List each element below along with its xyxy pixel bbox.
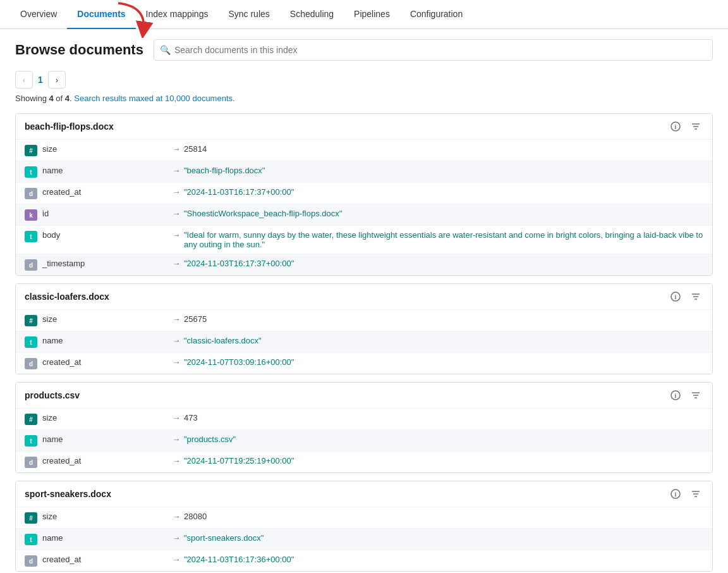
field-value: "2024-11-03T16:17:37+00:00" xyxy=(184,259,703,268)
doc-card-header: beach-flip-flops.docxi xyxy=(16,114,712,139)
doc-card-header: products.csvi xyxy=(16,383,712,408)
filter-button[interactable] xyxy=(688,389,703,402)
documents-list: beach-flip-flops.docxi#size→25814tname→"… xyxy=(15,113,713,572)
field-row: dcreated_at→"2024-11-07T03:09:16+00:00" xyxy=(16,352,712,374)
field-arrow-icon: → xyxy=(169,512,184,521)
doc-card-actions: i xyxy=(668,488,703,500)
field-value: 473 xyxy=(184,413,703,422)
document-card: classic-loafers.docxi#size→25675tname→"c… xyxy=(15,283,713,374)
field-type-badge: d xyxy=(25,555,37,567)
field-type-badge: d xyxy=(25,358,37,369)
search-input[interactable] xyxy=(154,39,713,61)
doc-title: classic-loafers.docx xyxy=(25,292,109,302)
field-row: tname→"beach-flip-flops.docx" xyxy=(16,161,712,182)
field-arrow-icon: → xyxy=(169,259,184,268)
field-type-badge: # xyxy=(25,145,37,156)
field-row: tbody→"Ideal for warm, sunny days by the… xyxy=(16,225,712,254)
field-arrow-icon: → xyxy=(169,166,184,175)
field-value: "sport-sneakers.docx" xyxy=(184,533,703,543)
field-name: body xyxy=(42,230,169,240)
svg-text:i: i xyxy=(675,392,677,399)
field-name: size xyxy=(42,314,169,324)
field-type-badge: d xyxy=(25,188,37,199)
field-type-badge: # xyxy=(25,315,37,326)
prev-page-button[interactable]: ‹ xyxy=(15,71,33,89)
field-row: #size→28080 xyxy=(16,507,712,528)
field-row: kid→"ShoesticWorkspace_beach-flip-flops.… xyxy=(16,204,712,225)
filter-button[interactable] xyxy=(688,488,703,500)
field-value: "products.csv" xyxy=(184,434,703,444)
field-type-badge: t xyxy=(25,231,37,242)
field-arrow-icon: → xyxy=(169,434,184,444)
field-type-badge: d xyxy=(25,457,37,468)
field-row: #size→473 xyxy=(16,408,712,429)
field-row: tname→"products.csv" xyxy=(16,429,712,451)
field-value: "beach-flip-flops.docx" xyxy=(184,166,703,175)
field-arrow-icon: → xyxy=(169,209,184,218)
field-type-badge: d xyxy=(25,259,37,271)
field-type-badge: t xyxy=(25,534,37,545)
field-name: name xyxy=(42,336,169,345)
field-arrow-icon: → xyxy=(169,144,184,154)
doc-card-header: sport-sneakers.docxi xyxy=(16,481,712,507)
svg-text:i: i xyxy=(675,123,677,130)
doc-card-actions: i xyxy=(668,389,703,402)
max-docs-link[interactable]: Search results maxed at 10,000 documents… xyxy=(74,94,234,103)
field-value: "2024-11-03T16:17:37+00:00" xyxy=(184,187,703,197)
info-button[interactable]: i xyxy=(668,290,683,303)
field-name: created_at xyxy=(42,357,169,367)
field-arrow-icon: → xyxy=(169,456,184,465)
search-wrapper: 🔍 xyxy=(154,39,713,61)
field-arrow-icon: → xyxy=(169,336,184,345)
field-type-badge: # xyxy=(25,512,37,524)
field-value: 25675 xyxy=(184,314,703,324)
field-name: name xyxy=(42,166,169,175)
document-card: beach-flip-flops.docxi#size→25814tname→"… xyxy=(15,113,713,276)
info-button[interactable]: i xyxy=(668,389,683,402)
status-text: Showing 4 of 4. Search results maxed at … xyxy=(15,94,713,103)
field-value: "2024-11-03T16:17:36+00:00" xyxy=(184,555,703,564)
field-name: name xyxy=(42,533,169,543)
field-value: 28080 xyxy=(184,512,703,521)
field-arrow-icon: → xyxy=(169,533,184,543)
field-type-badge: t xyxy=(25,336,37,348)
filter-button[interactable] xyxy=(688,120,703,133)
tab-sync-rules[interactable]: Sync rules xyxy=(218,0,279,29)
field-name: size xyxy=(42,144,169,154)
tab-configuration[interactable]: Configuration xyxy=(400,0,473,29)
info-button[interactable]: i xyxy=(668,120,683,133)
field-name: created_at xyxy=(42,187,169,197)
field-arrow-icon: → xyxy=(169,187,184,197)
next-page-button[interactable]: › xyxy=(48,71,66,89)
tab-overview[interactable]: Overview xyxy=(10,0,67,29)
field-row: d_timestamp→"2024-11-03T16:17:37+00:00" xyxy=(16,254,712,275)
field-row: tname→"sport-sneakers.docx" xyxy=(16,528,712,550)
filter-button[interactable] xyxy=(688,290,703,303)
doc-title: products.csv xyxy=(25,390,80,400)
field-name: name xyxy=(42,434,169,444)
field-type-badge: t xyxy=(25,166,37,178)
doc-card-actions: i xyxy=(668,290,703,303)
field-row: dcreated_at→"2024-11-07T19:25:19+00:00" xyxy=(16,451,712,472)
document-card: products.csvi#size→473tname→"products.cs… xyxy=(15,382,713,473)
current-page-number: 1 xyxy=(38,75,43,85)
tab-scheduling[interactable]: Scheduling xyxy=(280,0,344,29)
field-arrow-icon: → xyxy=(169,555,184,564)
field-name: size xyxy=(42,413,169,422)
field-type-badge: # xyxy=(25,414,37,425)
field-row: dcreated_at→"2024-11-03T16:17:36+00:00" xyxy=(16,550,712,571)
field-value: 25814 xyxy=(184,144,703,154)
doc-card-actions: i xyxy=(668,120,703,133)
field-name: size xyxy=(42,512,169,521)
svg-text:i: i xyxy=(675,491,677,498)
page-title: Browse documents xyxy=(15,42,143,58)
doc-title: beach-flip-flops.docx xyxy=(25,121,114,132)
info-button[interactable]: i xyxy=(668,488,683,500)
field-arrow-icon: → xyxy=(169,314,184,324)
field-arrow-icon: → xyxy=(169,357,184,367)
field-value: "2024-11-07T03:09:16+00:00" xyxy=(184,357,703,367)
tab-pipelines[interactable]: Pipelines xyxy=(344,0,400,29)
document-card: sport-sneakers.docxi#size→28080tname→"sp… xyxy=(15,481,713,572)
field-row: #size→25814 xyxy=(16,139,712,161)
annotation-arrow xyxy=(109,0,153,38)
